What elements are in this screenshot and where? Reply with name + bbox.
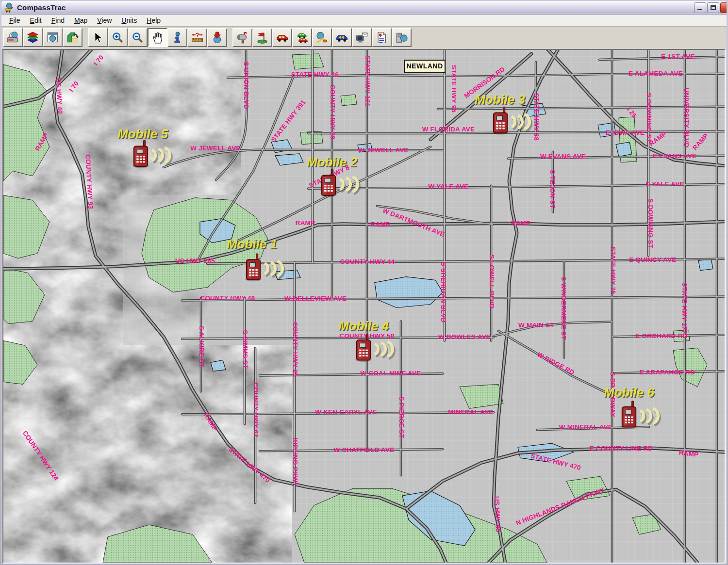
menu-item-file[interactable]: File <box>4 15 25 26</box>
report-icon <box>375 32 388 44</box>
street-label: RAMP <box>296 219 315 226</box>
goto-location-button[interactable] <box>207 28 227 47</box>
window-body: CompassTrac File Edit Find Map View Unit… <box>1 1 727 564</box>
send-message-icon <box>355 32 368 44</box>
report-button[interactable] <box>372 28 392 47</box>
vehicle-icon <box>276 32 289 44</box>
pan-hand-button[interactable] <box>148 28 167 47</box>
maximize-icon <box>711 5 716 10</box>
street-label: E ORCHARD RD <box>635 332 687 339</box>
street-label: E COUNTY LINE RD <box>590 445 653 452</box>
title-bar[interactable]: CompassTrac <box>1 1 727 15</box>
zoom-in-icon <box>111 32 124 44</box>
zoom-out-icon <box>131 32 144 44</box>
street-label: STATE HWY 177 <box>681 283 688 334</box>
identify-info-button[interactable] <box>167 28 187 47</box>
street-label: STATE HWY 88 <box>533 93 540 141</box>
select-pointer-icon <box>91 32 104 44</box>
street-label: US HWY 85 <box>493 496 502 533</box>
place-label: NEWLAND <box>406 62 443 70</box>
select-pointer-button[interactable] <box>88 28 108 47</box>
street-label: COUNTY HWY 48 <box>200 294 255 302</box>
print-map-button[interactable] <box>3 28 23 47</box>
pan-hand-icon <box>151 32 164 44</box>
street-label: COUNTY HWY 44 <box>340 258 395 265</box>
street-label: S SHERIDAN BLVD <box>440 262 447 323</box>
print-map-icon <box>6 32 19 44</box>
street-label: KIPLING PKWY <box>292 438 299 487</box>
street-label: E 1ST AVE <box>661 53 695 60</box>
menu-item-edit[interactable]: Edit <box>25 15 47 26</box>
street-label: MINERAL AVE <box>448 408 493 416</box>
menu-bar: File Edit Find Map View Units Help <box>1 15 727 27</box>
measure-distance-button[interactable] <box>187 28 207 47</box>
mobile-5-label: Mobile 5 <box>117 127 168 141</box>
minimize-button[interactable] <box>694 2 706 13</box>
overview-note-button[interactable] <box>63 28 83 47</box>
street-label: STATE HWY 75 <box>610 246 617 294</box>
vehicle-fleet-button[interactable] <box>292 28 312 47</box>
overview-note-icon <box>66 32 79 44</box>
waypoint-flag-icon <box>256 32 269 44</box>
street-label: E EVANS AVE <box>653 152 696 160</box>
map-canvas[interactable]: I 70 US HWY 40 I 70 RAMP COUNTY HWY 93 S… <box>3 50 725 563</box>
map-window-button[interactable] <box>43 28 63 47</box>
menu-item-units[interactable]: Units <box>116 15 142 26</box>
street-label: W BELLEVIEW AVE <box>284 295 347 302</box>
street-label: S PIERCE ST <box>398 396 405 438</box>
street-label: RAMP <box>371 221 391 228</box>
street-label: STATE HWY 95 <box>450 65 458 113</box>
menu-item-find[interactable]: Find <box>47 15 69 26</box>
street-label: S TEJON ST <box>549 169 556 209</box>
map-window-icon <box>46 32 59 44</box>
app-window: CompassTrac File Edit Find Map View Unit… <box>0 0 728 565</box>
mobile-3-label: Mobile 3 <box>475 92 525 107</box>
history-playback-button[interactable] <box>332 28 352 47</box>
street-label: S UNION BLVD <box>243 62 250 109</box>
place-box-newland: NEWLAND <box>404 60 445 72</box>
waypoint-flag-button[interactable] <box>252 28 272 47</box>
map-layers-button[interactable] <box>23 28 43 47</box>
window-title: CompassTrac <box>17 3 66 12</box>
maximize-button[interactable] <box>707 2 719 13</box>
street-label: W FLORIDA AVE <box>422 126 475 133</box>
street-label: S DOWNING ST <box>645 93 653 143</box>
street-label: COUNTY HWY 25 <box>292 322 299 377</box>
mobile-1-label: Mobile 1 <box>227 237 277 251</box>
vehicle-route-button[interactable] <box>312 28 332 47</box>
window-controls <box>694 2 727 13</box>
menu-item-map[interactable]: Map <box>69 15 92 26</box>
menu-item-help[interactable]: Help <box>142 15 165 26</box>
toolbar <box>1 27 727 48</box>
street-label: E IOWA AVE <box>606 129 645 136</box>
street-label: W MINERAL AVE <box>559 423 612 431</box>
street-label: E QUINCY AVE <box>629 256 676 263</box>
send-message-button[interactable] <box>352 28 372 47</box>
close-button[interactable] <box>720 2 727 13</box>
street-label: W JEWELL AVE <box>358 146 408 154</box>
vehicle-route-icon <box>315 32 329 44</box>
street-label: W BOWLES AVE <box>438 333 491 340</box>
street-label: W CHATFIELD AVE <box>334 446 395 453</box>
database-globe-icon <box>395 32 408 44</box>
zoom-out-button[interactable] <box>128 28 148 47</box>
street-label: COUNTY HWY 29 <box>329 84 336 139</box>
street-label: S ALKIRE ST <box>198 326 205 368</box>
zoom-in-button[interactable] <box>108 28 128 47</box>
mailbox-messages-button[interactable] <box>232 28 252 47</box>
vehicle-button[interactable] <box>272 28 292 47</box>
street-label: E ALAMEDA AVE <box>629 70 683 77</box>
goto-location-icon <box>211 32 224 44</box>
street-label: STATE HWY 26 <box>291 71 339 78</box>
street-label: UNIVERSITY BLVD <box>683 88 690 147</box>
database-globe-button[interactable] <box>392 28 412 47</box>
menu-item-view[interactable]: View <box>92 15 116 26</box>
minimize-icon <box>697 9 702 10</box>
street-label: W MAIN ST <box>518 322 554 329</box>
street-label: RAMP <box>511 220 531 227</box>
identify-info-icon <box>171 32 184 44</box>
street-label: COUNTY HWY 67 <box>252 383 260 437</box>
map-layers-icon <box>26 32 39 44</box>
street-label: W JEWELL AVE <box>190 145 240 152</box>
street-label: W EVANS AVE <box>540 153 586 160</box>
